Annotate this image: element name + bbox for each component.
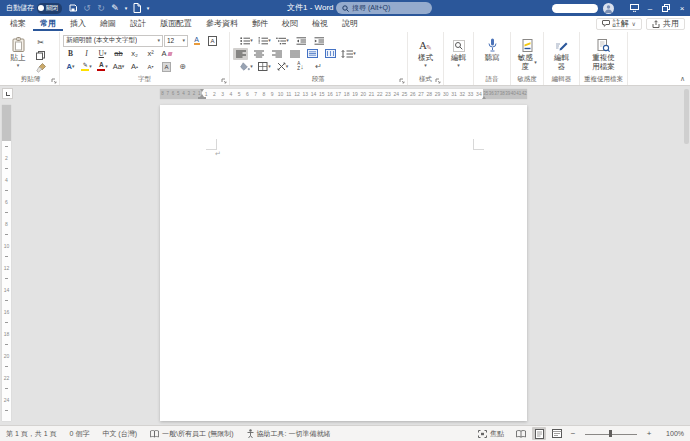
- avatar[interactable]: [603, 3, 614, 14]
- tab-help[interactable]: 說明: [335, 16, 365, 31]
- subscript-button[interactable]: x₂: [127, 48, 142, 60]
- bold-button[interactable]: B: [63, 48, 78, 60]
- editor-button[interactable]: 編輯器: [547, 34, 576, 71]
- tab-draw[interactable]: 繪圖: [93, 16, 123, 31]
- italic-button[interactable]: I: [79, 48, 94, 60]
- left-indent-marker[interactable]: [198, 97, 206, 100]
- styles-button[interactable]: A✎ 樣式 ▾: [411, 34, 440, 68]
- highlight-color-button[interactable]: ✎▾: [79, 61, 94, 73]
- superscript-button[interactable]: x²: [143, 48, 158, 60]
- accessibility-status[interactable]: 協助工具: 一切準備就緒: [247, 429, 331, 439]
- customize-qat-dropdown[interactable]: ▾: [144, 5, 152, 11]
- focus-mode-button[interactable]: 焦點: [478, 429, 504, 439]
- new-document-button[interactable]: [130, 0, 144, 16]
- shading-button[interactable]: ▾: [239, 61, 254, 73]
- font-size-combo[interactable]: 12▾: [164, 35, 188, 47]
- clear-formatting-button[interactable]: A: [159, 48, 174, 60]
- align-right-button[interactable]: [269, 48, 284, 60]
- justify-button[interactable]: [287, 48, 302, 60]
- underline-button[interactable]: U▾: [95, 48, 110, 60]
- align-center-button[interactable]: [251, 48, 266, 60]
- zoom-percentage[interactable]: 100%: [658, 430, 684, 437]
- right-indent-marker[interactable]: [482, 94, 486, 99]
- character-shading-button[interactable]: A: [159, 61, 174, 73]
- tab-review[interactable]: 校閱: [275, 16, 305, 31]
- tab-references[interactable]: 參考資料: [199, 16, 245, 31]
- tab-view[interactable]: 檢視: [305, 16, 335, 31]
- scrollbar-thumb[interactable]: [684, 89, 689, 144]
- draw-touch-dropdown[interactable]: ▾: [122, 5, 130, 11]
- zoom-slider-thumb[interactable]: [609, 430, 612, 437]
- word-count-status[interactable]: 0 個字: [70, 429, 90, 439]
- change-case-button[interactable]: Aa▾: [111, 61, 126, 73]
- format-painter-button[interactable]: [33, 62, 48, 74]
- page-number-status[interactable]: 第 1 頁，共 1 頁: [6, 429, 57, 439]
- align-left-button[interactable]: [233, 48, 248, 60]
- phonetic-guide-button[interactable]: A: [189, 35, 204, 47]
- print-layout-button[interactable]: [532, 427, 546, 440]
- minimize-button[interactable]: –: [642, 0, 658, 16]
- vertical-scrollbar[interactable]: [684, 89, 689, 422]
- reuse-files-button[interactable]: 重複使用檔案: [583, 34, 624, 71]
- redo-button[interactable]: ↻: [94, 0, 108, 16]
- editing-button[interactable]: 編輯 ▾: [447, 34, 470, 68]
- grow-font-button[interactable]: A▴: [127, 61, 142, 73]
- strikethrough-button[interactable]: ab: [111, 48, 126, 60]
- numbering-button[interactable]: ▾: [257, 35, 272, 47]
- unite-characters-button[interactable]: [323, 48, 338, 60]
- read-mode-button[interactable]: [514, 427, 528, 440]
- zoom-out-button[interactable]: −: [568, 429, 578, 438]
- clipboard-dialog-launcher[interactable]: [51, 78, 57, 84]
- comments-button[interactable]: 註解 ∨: [596, 18, 642, 30]
- autosave-toggle[interactable]: 自動儲存 關閉: [0, 3, 66, 14]
- increase-indent-button[interactable]: [311, 35, 326, 47]
- ribbon-display-options-button[interactable]: [626, 0, 642, 16]
- search-box[interactable]: 搜尋 (Alt+Q): [336, 2, 432, 14]
- tab-stop-selector[interactable]: [2, 88, 13, 99]
- tab-design[interactable]: 設計: [123, 16, 153, 31]
- zoom-in-button[interactable]: +: [644, 429, 654, 438]
- font-dialog-launcher[interactable]: [221, 78, 227, 84]
- close-button[interactable]: ×: [674, 0, 690, 16]
- sensitivity-button[interactable]: 敏感度▾: [514, 34, 540, 71]
- show-hide-marks-button[interactable]: ↵: [311, 61, 326, 73]
- styles-dialog-launcher[interactable]: [435, 78, 441, 84]
- collapse-ribbon-button[interactable]: ∧: [680, 75, 685, 83]
- multilevel-list-button[interactable]: ▾: [275, 35, 290, 47]
- dictate-button[interactable]: 聽寫: [477, 34, 507, 63]
- sensitivity-status[interactable]: 一般\所有員工 (無限制): [150, 429, 234, 439]
- distribute-text-button[interactable]: [305, 48, 320, 60]
- web-layout-button[interactable]: [550, 427, 564, 440]
- undo-button[interactable]: ↺: [80, 0, 94, 16]
- save-button[interactable]: [66, 0, 80, 16]
- enclose-characters-button[interactable]: ⊕: [175, 61, 190, 73]
- copy-button[interactable]: [33, 49, 48, 61]
- vertical-ruler[interactable]: 24681012141618202224: [2, 105, 11, 421]
- tab-file[interactable]: 檔案: [3, 16, 33, 31]
- borders-button[interactable]: ▾: [257, 61, 272, 73]
- tab-mailings[interactable]: 郵件: [245, 16, 275, 31]
- bullets-button[interactable]: ▾: [239, 35, 254, 47]
- character-border-button[interactable]: A: [205, 35, 220, 47]
- tab-layout[interactable]: 版面配置: [153, 16, 199, 31]
- asian-layout-button[interactable]: ▾: [275, 61, 290, 73]
- autosave-switch[interactable]: 關閉: [37, 3, 62, 14]
- draw-touch-button[interactable]: ✎: [108, 0, 122, 16]
- paragraph-dialog-launcher[interactable]: [399, 78, 405, 84]
- text-effects-button[interactable]: A▾: [63, 61, 78, 73]
- restore-button[interactable]: [658, 0, 674, 16]
- shrink-font-button[interactable]: A▾: [143, 61, 158, 73]
- share-button[interactable]: 共用: [646, 18, 685, 30]
- font-color-button[interactable]: A▾: [95, 61, 110, 73]
- horizontal-ruler[interactable]: 87654321 1234567891011121314151617181920…: [160, 89, 527, 99]
- sort-button[interactable]: AZ↓: [293, 61, 308, 73]
- decrease-indent-button[interactable]: [293, 35, 308, 47]
- font-name-combo[interactable]: 新細明體 (本文中文字型)▾: [63, 35, 163, 47]
- tab-home[interactable]: 常用: [33, 16, 63, 31]
- line-spacing-button[interactable]: ▾: [341, 48, 356, 60]
- document-page[interactable]: ↵: [160, 105, 527, 421]
- paste-button[interactable]: 貼上 ▾: [5, 34, 31, 75]
- tab-insert[interactable]: 插入: [63, 16, 93, 31]
- language-status[interactable]: 中文 (台灣): [102, 429, 137, 439]
- zoom-slider[interactable]: [585, 429, 637, 439]
